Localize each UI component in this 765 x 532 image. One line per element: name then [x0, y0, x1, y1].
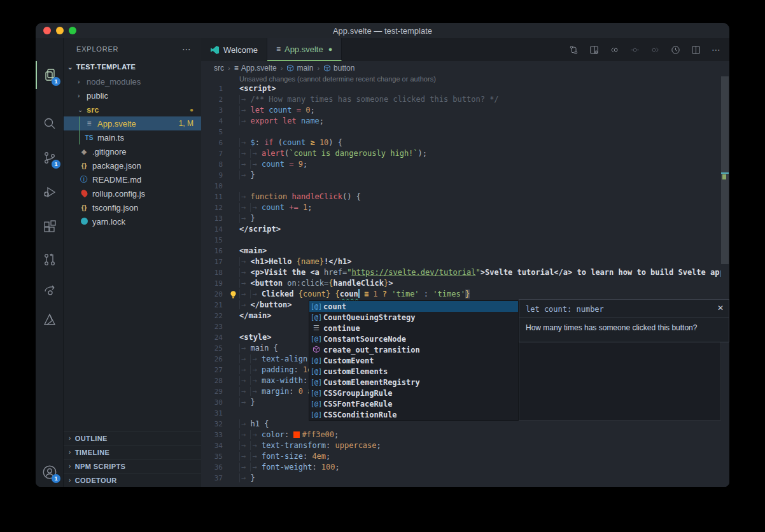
- sidebar-section-codetour[interactable]: ›CODETOUR: [64, 473, 201, 487]
- suggest-item-customelements[interactable]: [@]customElements: [309, 366, 518, 377]
- tree-item-label: package.json: [92, 161, 141, 171]
- code-line-2[interactable]: 2→ /** How many times has someone clicke…: [201, 94, 729, 105]
- run-debug-icon[interactable]: [36, 178, 64, 206]
- scrollbar-slider[interactable]: [721, 76, 729, 264]
- suggest-item-count[interactable]: [@]count: [309, 301, 518, 312]
- file-tree: ›node_modules›public⌄src●≡App.svelte1, M…: [64, 74, 201, 228]
- suggest-item-cssconditionrule[interactable]: [@]CSSConditionRule: [309, 409, 518, 420]
- breadcrumb-item-app-svelte[interactable]: ≡App.svelte: [234, 64, 277, 73]
- tree-item-rollup-config-js[interactable]: rollup.config.js: [64, 186, 201, 200]
- current-change-icon[interactable]: [626, 41, 643, 58]
- suggest-item-cssfontfacerule[interactable]: [@]CSSFontFaceRule: [309, 398, 518, 409]
- tree-item-src[interactable]: ⌄src●: [64, 102, 201, 116]
- code-line-5[interactable]: 5: [201, 127, 729, 137]
- suggest-kind-variable-icon: [@]: [309, 389, 323, 396]
- code-line-36[interactable]: 36→ → font-weight: 100;: [201, 462, 729, 473]
- tree-item-tsconfig-json[interactable]: {}tsconfig.json: [64, 200, 201, 214]
- chevron-right-icon: ›: [69, 463, 71, 470]
- code-line-9[interactable]: 9→ }: [201, 170, 729, 181]
- code-line-15[interactable]: 15: [201, 235, 729, 246]
- code-line-10[interactable]: 10: [201, 181, 729, 192]
- code-line-18[interactable]: 18→ <p>Visit the <a href="https://svelte…: [201, 267, 729, 278]
- tree-item-package-json[interactable]: {}package.json: [64, 158, 201, 172]
- tree-item-readme-md[interactable]: ⓘREADME.md: [64, 172, 201, 186]
- github-pull-requests-icon[interactable]: [36, 246, 64, 274]
- code-line-12[interactable]: 12→ → count += 1;: [201, 202, 729, 213]
- code-line-19[interactable]: 19→ <button on:click={handleClick}>: [201, 278, 729, 289]
- svelte-file-icon: ≡: [276, 45, 281, 53]
- code-line-1[interactable]: 1<script>: [201, 83, 729, 94]
- split-editor-icon[interactable]: [687, 41, 704, 58]
- accounts-icon[interactable]: 1: [36, 458, 64, 486]
- suggest-item-cssgroupingrule[interactable]: [@]CSSGroupingRule: [309, 388, 518, 398]
- source-control-icon[interactable]: 1: [36, 144, 64, 172]
- rollup-file-icon: [79, 190, 89, 198]
- sidebar-section-outline[interactable]: ›OUTLINE: [64, 431, 201, 445]
- open-changes-icon[interactable]: [565, 41, 582, 58]
- whitespace-tab-icon: →: [239, 463, 250, 472]
- suggest-item-create_out_transition[interactable]: create_out_transition: [309, 344, 518, 355]
- file-history-icon[interactable]: [667, 41, 684, 58]
- tree-item-app-svelte[interactable]: ≡App.svelte1, M: [64, 116, 201, 130]
- tab-welcome[interactable]: Welcome: [201, 38, 267, 61]
- line-number: 37: [201, 473, 223, 484]
- suggest-item-label: CustomElementRegistry: [323, 378, 420, 387]
- code-line-7[interactable]: 7→ → alert(`count is dangerously high!`)…: [201, 148, 729, 159]
- project-root-folder[interactable]: ⌄ TEST-TEMPLATE: [64, 60, 201, 74]
- whitespace-tab-icon: →: [239, 268, 250, 277]
- tree-item-main-ts[interactable]: TSmain.ts: [64, 130, 201, 144]
- code-line-16[interactable]: 16<main>: [201, 246, 729, 256]
- suggest-item-customelementregistry[interactable]: [@]CustomElementRegistry: [309, 377, 518, 388]
- suggest-item-continue[interactable]: ☰continue: [309, 323, 518, 333]
- code-line-17[interactable]: 17→ <h1>Hello {name}!</h1>: [201, 256, 729, 267]
- breadcrumb-item-button[interactable]: button: [323, 64, 354, 73]
- info-file-icon: ⓘ: [79, 174, 89, 185]
- breadcrumb-item-main[interactable]: main: [286, 64, 313, 73]
- code-line-13[interactable]: 13→ }: [201, 213, 729, 224]
- code-line-11[interactable]: 11→ function handleClick() {: [201, 192, 729, 202]
- sidebar-section-timeline[interactable]: ›TIMELINE: [64, 445, 201, 459]
- whitespace-tab-icon: →: [239, 279, 250, 288]
- line-number: 36: [201, 462, 223, 473]
- tree-item-node-modules[interactable]: ›node_modules: [64, 74, 201, 88]
- code-editor[interactable]: Unsaved changes (cannot determine recent…: [201, 74, 729, 487]
- extensions-icon[interactable]: [36, 213, 64, 241]
- search-icon[interactable]: [36, 109, 64, 137]
- live-share-icon[interactable]: [36, 276, 64, 304]
- ts-file-icon: TS: [84, 134, 94, 141]
- suggest-item-countqueuingstrategy[interactable]: [@]CountQueuingStrategy: [309, 312, 518, 323]
- sidebar-section-npm-scripts[interactable]: ›NPM SCRIPTS: [64, 459, 201, 473]
- explorer-more-actions-icon[interactable]: ⋯: [182, 44, 191, 54]
- suggest-item-constantsourcenode[interactable]: [@]ConstantSourceNode: [309, 333, 518, 344]
- tab-app-svelte[interactable]: ≡ App.svelte ●: [267, 38, 342, 61]
- more-actions-icon[interactable]: ⋯: [708, 41, 724, 58]
- code-line-6[interactable]: 6→ $: if (count ≥ 10) {: [201, 137, 729, 148]
- source-control-badge: 1: [52, 160, 60, 169]
- code-line-4[interactable]: 4→ export let name;: [201, 116, 729, 127]
- tab-welcome-label: Welcome: [223, 45, 258, 55]
- code-line-33[interactable]: 33→ → color: #ff3e00;: [201, 430, 729, 440]
- explorer-icon[interactable]: 1: [36, 61, 64, 89]
- close-icon[interactable]: ✕: [717, 304, 724, 312]
- code-line-35[interactable]: 35→ → font-size: 4em;: [201, 451, 729, 462]
- previous-change-icon[interactable]: [606, 41, 622, 58]
- tree-item-yarn-lock[interactable]: yarn.lock: [64, 214, 201, 228]
- breadcrumb-item-src[interactable]: src: [214, 64, 224, 73]
- tree-item--gitignore[interactable]: ◆.gitignore: [64, 144, 201, 158]
- breadcrumb: src›≡App.svelte›main›button: [201, 61, 729, 74]
- next-change-icon[interactable]: [647, 41, 663, 58]
- code-line-37[interactable]: 37→ }: [201, 473, 729, 484]
- code-line-8[interactable]: 8→ → count = 9;: [201, 159, 729, 170]
- code-line-20[interactable]: 20→ → Clicked {count} {coun ≡ 1 ? 'time'…: [201, 289, 729, 300]
- code-line-3[interactable]: 3→ let count = 0;: [201, 105, 729, 116]
- azure-icon[interactable]: [36, 305, 64, 333]
- tree-item-public[interactable]: ›public: [64, 88, 201, 102]
- code-line-14[interactable]: 14</script>: [201, 224, 729, 235]
- open-preview-icon[interactable]: [586, 41, 602, 58]
- whitespace-tab-icon: →: [250, 290, 261, 298]
- suggest-item-label: continue: [323, 324, 360, 333]
- code-line-34[interactable]: 34→ → text-transform: uppercase;: [201, 440, 729, 451]
- editor-scrollbar[interactable]: [720, 76, 729, 487]
- color-swatch[interactable]: [293, 431, 300, 438]
- suggest-item-customevent[interactable]: [@]CustomEvent: [309, 355, 518, 366]
